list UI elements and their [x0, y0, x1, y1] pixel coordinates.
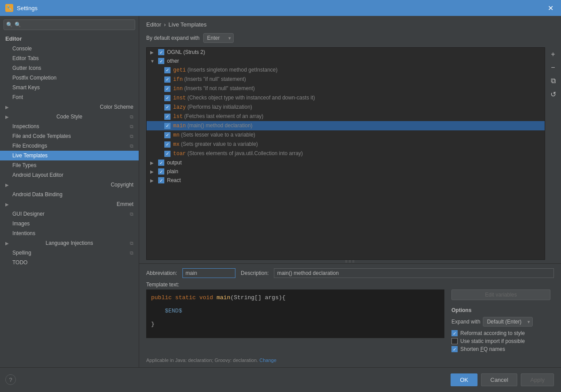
sidebar-item-file-encodings[interactable]: File Encodings ⧉	[0, 141, 139, 151]
bottom-panel: Abbreviation: Description: Template text…	[139, 263, 561, 367]
tree-group-output[interactable]: ▶ ✓ output	[147, 158, 545, 167]
tree-item-geti[interactable]: ✓ geti (Inserts singleton method getInst…	[147, 65, 545, 75]
tree-checkbox-plain[interactable]: ✓	[158, 168, 164, 175]
tree-checkbox-mn[interactable]: ✓	[164, 132, 171, 138]
code-editor[interactable]: public static void main(String[] args){ …	[146, 289, 444, 338]
tree-checkbox-lazy[interactable]: ✓	[164, 104, 171, 110]
sidebar-item-todo[interactable]: TODO	[0, 258, 139, 267]
tree-item-lst[interactable]: ✓ lst (Fetches last element of an array)	[147, 112, 545, 121]
expand-with-row: By default expand with Enter Tab Space	[139, 31, 561, 47]
static-import-label: Use static import if possible	[460, 338, 525, 344]
sidebar-section-editor[interactable]: Editor	[0, 34, 139, 44]
sidebar-item-gui-designer[interactable]: GUI Designer ⧉	[0, 209, 139, 219]
search-input[interactable]	[4, 19, 135, 30]
sidebar-item-code-style[interactable]: ▶ Code Style ⧉	[0, 112, 139, 122]
tree-checkbox-inn[interactable]: ✓	[164, 86, 171, 92]
search-box: 🔍	[4, 19, 135, 30]
tree-expand-icon: ▶	[150, 50, 155, 55]
footer-wrapper: OK Cancel Apply ?	[0, 367, 561, 392]
code-line-4	[151, 314, 440, 321]
static-import-checkbox[interactable]	[451, 338, 458, 344]
tree-item-label-lst: lst (Fetches last element of an array)	[173, 113, 541, 120]
tree-item-mx[interactable]: ✓ mx (Sets greater value to a variable)	[147, 140, 545, 149]
tree-checkbox-toar[interactable]: ✓	[164, 151, 171, 157]
sidebar-item-file-types[interactable]: File Types	[0, 160, 139, 170]
abbreviation-input[interactable]	[182, 268, 235, 278]
sidebar-item-images[interactable]: Images	[0, 219, 139, 228]
options-expand-with-select[interactable]: Default (Enter) Enter Tab Space	[483, 317, 533, 327]
tree-checkbox-ifn[interactable]: ✓	[164, 76, 171, 83]
resize-handle[interactable]: ⠿⠿⠿	[139, 260, 561, 263]
sidebar-item-android-data-binding[interactable]: Android Data Binding	[0, 190, 139, 199]
sidebar-item-emmet[interactable]: ▶ Emmet	[0, 199, 139, 209]
tree-group-plain[interactable]: ▶ ✓ plain	[147, 167, 545, 176]
sidebar-item-postfix-completion[interactable]: Postfix Completion	[0, 73, 139, 83]
shorten-checkbox[interactable]: ✓	[451, 346, 458, 352]
sidebar-item-android-layout-editor[interactable]: Android Layout Editor	[0, 170, 139, 180]
tree-checkbox-geti[interactable]: ✓	[164, 67, 171, 73]
tree-item-toar[interactable]: ✓ toar (Stores elements of java.util.Col…	[147, 149, 545, 158]
tree-checkbox-output[interactable]: ✓	[158, 160, 164, 166]
template-tree: ▶ ✓ OGNL (Struts 2) ▼ ✓ other ✓ geti (In…	[146, 47, 545, 260]
help-button[interactable]: ?	[5, 374, 16, 385]
tree-checkbox-mx[interactable]: ✓	[164, 141, 171, 148]
expand-arrow-icon: ▶	[5, 183, 9, 187]
cancel-button[interactable]: Cancel	[481, 373, 517, 386]
reformat-checkbox[interactable]: ✓	[451, 330, 458, 336]
tree-group-other[interactable]: ▼ ✓ other	[147, 57, 545, 65]
sidebar-item-live-templates[interactable]: Live Templates	[0, 151, 139, 160]
sidebar-item-spelling[interactable]: Spelling ⧉	[0, 248, 139, 258]
tree-checkbox-lst[interactable]: ✓	[164, 114, 171, 120]
expand-with-select[interactable]: Enter Tab Space	[203, 33, 234, 43]
tree-checkbox-inst[interactable]: ✓	[164, 95, 171, 101]
expand-arrow-icon: ▶	[5, 202, 9, 207]
option-row-static-import: Use static import if possible	[451, 338, 550, 344]
tree-checkbox-react[interactable]: ✓	[158, 177, 164, 183]
abbrev-desc-row: Abbreviation: Description:	[146, 268, 554, 278]
tree-group-react[interactable]: ▶ ✓ React	[147, 176, 545, 185]
apply-button[interactable]: Apply	[521, 373, 554, 386]
sidebar-item-language-injections[interactable]: ▶ Language Injections ⧉	[0, 238, 139, 248]
main-layout: 🔍 Editor Console Editor Tabs Gutter Icon…	[0, 16, 561, 367]
tree-item-inn[interactable]: ✓ inn (Inserts "if not null" statement)	[147, 84, 545, 93]
tree-item-label-main: main (main() method declaration)	[173, 122, 541, 129]
sidebar-item-smart-keys[interactable]: Smart Keys	[0, 83, 139, 92]
sidebar-item-intentions[interactable]: Intentions	[0, 228, 139, 238]
tree-item-lazy[interactable]: ✓ lazy (Performs lazy initialization)	[147, 103, 545, 112]
tree-item-label-inn: inn (Inserts "if not null" statement)	[173, 85, 541, 92]
abbreviation-label: Abbreviation:	[146, 270, 177, 276]
edit-variables-button[interactable]: Edit variables	[451, 289, 550, 300]
tree-item-inst[interactable]: ✓ inst (Checks object type with instance…	[147, 93, 545, 103]
applicable-row: Applicable in Java: declaration; Groovy:…	[146, 358, 554, 363]
description-input[interactable]	[274, 268, 554, 278]
sidebar-item-color-scheme[interactable]: ▶ Color Scheme	[0, 102, 139, 112]
option-row-reformat: ✓ Reformat according to style	[451, 330, 550, 336]
tree-group-label-plain: plain	[167, 168, 541, 175]
copy-template-button[interactable]: ⧉	[547, 75, 559, 87]
options-panel: Edit variables Options Expand with Defau…	[448, 289, 554, 354]
app-icon: 🔧	[5, 4, 13, 12]
sidebar-item-console[interactable]: Console	[0, 44, 139, 53]
remove-template-button[interactable]: −	[547, 61, 559, 74]
tree-checkbox-ognl[interactable]: ✓	[158, 49, 164, 55]
sidebar-item-file-code-templates[interactable]: File and Code Templates ⧉	[0, 131, 139, 141]
tree-checkbox-main[interactable]: ✓	[164, 123, 171, 129]
expand-arrow-icon: ▶	[5, 241, 9, 246]
tree-item-mn[interactable]: ✓ mn (Sets lesser value to a variable)	[147, 130, 545, 140]
change-link[interactable]: Change	[259, 358, 277, 363]
tree-group-ognl[interactable]: ▶ ✓ OGNL (Struts 2)	[147, 48, 545, 57]
tree-item-ifn[interactable]: ✓ ifn (Inserts "if null" statement)	[147, 75, 545, 84]
sidebar-item-gutter-icons[interactable]: Gutter Icons	[0, 63, 139, 73]
revert-template-button[interactable]: ↺	[547, 88, 559, 100]
close-button[interactable]: ✕	[545, 3, 556, 13]
sidebar-item-font[interactable]: Font	[0, 92, 139, 102]
tree-item-label-inst: inst (Checks object type with instanceof…	[173, 95, 541, 101]
template-text-area-wrapper: public static void main(String[] args){ …	[146, 289, 554, 354]
add-template-button[interactable]: +	[547, 48, 559, 61]
sidebar-item-editor-tabs[interactable]: Editor Tabs	[0, 53, 139, 63]
sidebar-item-copyright[interactable]: ▶ Copyright	[0, 180, 139, 190]
tree-item-main[interactable]: ✓ main (main() method declaration)	[147, 121, 545, 130]
tree-checkbox-other[interactable]: ✓	[158, 58, 164, 64]
sidebar-item-inspections[interactable]: Inspections ⧉	[0, 122, 139, 131]
ok-button[interactable]: OK	[451, 373, 478, 386]
